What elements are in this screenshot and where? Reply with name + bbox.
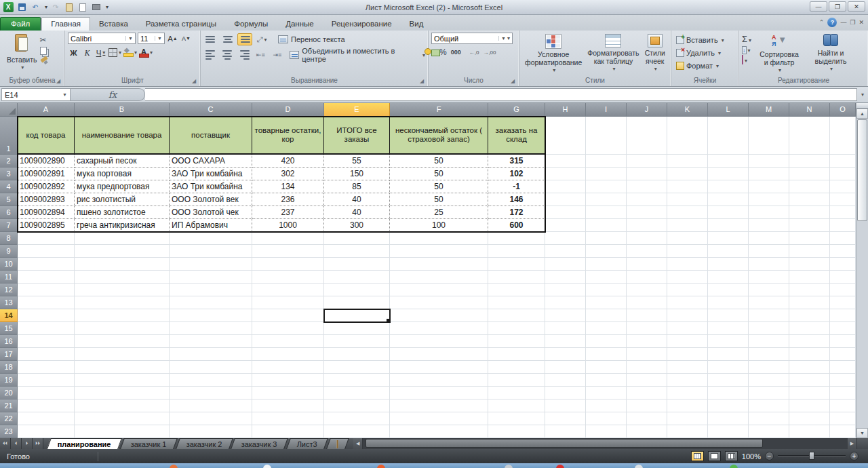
cell[interactable] xyxy=(789,284,830,296)
cell[interactable] xyxy=(789,322,830,335)
cell[interactable] xyxy=(390,232,488,245)
cell[interactable] xyxy=(488,271,545,284)
cell[interactable] xyxy=(667,296,708,309)
cell[interactable] xyxy=(830,412,856,425)
taskbar-icon[interactable] xyxy=(556,465,564,468)
select-all-button[interactable] xyxy=(0,103,18,117)
split-handle[interactable] xyxy=(856,103,868,109)
cell[interactable] xyxy=(667,309,708,322)
cell[interactable] xyxy=(488,387,545,399)
cell[interactable] xyxy=(18,232,75,245)
cell[interactable] xyxy=(749,412,789,425)
cell[interactable] xyxy=(488,245,545,258)
percent-button[interactable]: % xyxy=(439,47,447,57)
cell[interactable] xyxy=(18,348,75,361)
row-header-8[interactable]: 8 xyxy=(0,232,18,245)
cell[interactable] xyxy=(488,335,545,348)
cell[interactable] xyxy=(586,245,627,258)
cell[interactable] xyxy=(830,245,856,258)
paste-button[interactable]: Вставить xyxy=(4,33,40,76)
cell[interactable]: ООО Золотой век xyxy=(170,193,252,206)
cell[interactable] xyxy=(586,348,627,361)
cell[interactable]: 40 xyxy=(324,193,390,206)
paste-qat-icon[interactable] xyxy=(64,2,75,12)
cell[interactable] xyxy=(627,309,667,322)
cell[interactable]: 25 xyxy=(390,206,488,219)
cell[interactable] xyxy=(18,361,75,374)
cell[interactable] xyxy=(627,180,667,193)
cell[interactable] xyxy=(545,335,586,348)
row-header-11[interactable]: 11 xyxy=(0,271,18,284)
cell[interactable]: 102 xyxy=(488,168,545,180)
cell[interactable] xyxy=(545,309,586,322)
cell[interactable]: 1009002892 xyxy=(18,180,75,193)
row-header-9[interactable]: 9 xyxy=(0,245,18,258)
cell[interactable] xyxy=(390,361,488,374)
cell[interactable] xyxy=(545,361,586,374)
column-header-L[interactable]: L xyxy=(708,103,749,117)
cell[interactable]: ЗАО Три комбайна xyxy=(170,180,252,193)
cell[interactable] xyxy=(789,361,830,374)
cell[interactable] xyxy=(708,374,749,387)
print-preview-icon[interactable] xyxy=(77,2,88,12)
close-button[interactable]: ✕ xyxy=(848,1,865,12)
next-sheet-icon[interactable]: ⏵ xyxy=(22,438,33,449)
cell[interactable] xyxy=(667,399,708,412)
cell[interactable] xyxy=(252,232,324,245)
row-header-17[interactable]: 17 xyxy=(0,348,18,361)
cell[interactable] xyxy=(749,219,789,232)
sheet-tab-заказчик-2[interactable]: заказчик 2 xyxy=(176,438,233,449)
cell[interactable]: пшено золотистое xyxy=(75,206,170,219)
cell[interactable] xyxy=(170,322,252,335)
cell[interactable] xyxy=(830,180,856,193)
cell[interactable] xyxy=(708,412,749,425)
row-header-23[interactable]: 23 xyxy=(0,425,18,438)
cell[interactable] xyxy=(252,309,324,322)
underline-button[interactable]: Ч xyxy=(95,47,106,58)
cell[interactable] xyxy=(627,296,667,309)
header-cell[interactable]: наименование товара xyxy=(75,117,170,155)
cell[interactable] xyxy=(789,309,830,322)
cell[interactable] xyxy=(586,309,627,322)
cell[interactable] xyxy=(18,296,75,309)
cell[interactable] xyxy=(390,271,488,284)
cell[interactable] xyxy=(545,296,586,309)
cell[interactable] xyxy=(488,322,545,335)
cell[interactable] xyxy=(324,412,390,425)
cell[interactable] xyxy=(749,335,789,348)
cell[interactable] xyxy=(708,219,749,232)
cell[interactable] xyxy=(708,245,749,258)
cell[interactable] xyxy=(488,258,545,271)
cell[interactable] xyxy=(75,348,170,361)
cell[interactable] xyxy=(789,117,830,155)
cell[interactable] xyxy=(390,284,488,296)
cell[interactable] xyxy=(830,206,856,219)
cell[interactable] xyxy=(390,425,488,438)
cell[interactable] xyxy=(324,374,390,387)
column-header-C[interactable]: C xyxy=(170,103,252,117)
cell[interactable] xyxy=(18,387,75,399)
cell[interactable] xyxy=(627,412,667,425)
cell[interactable]: 1000 xyxy=(252,219,324,232)
cell[interactable] xyxy=(586,232,627,245)
cell[interactable] xyxy=(830,168,856,180)
copy-icon[interactable] xyxy=(40,47,47,55)
cell[interactable] xyxy=(252,322,324,335)
cell[interactable] xyxy=(627,374,667,387)
cell[interactable] xyxy=(830,117,856,155)
cell[interactable] xyxy=(586,374,627,387)
cell[interactable]: 600 xyxy=(488,219,545,232)
cell[interactable] xyxy=(586,361,627,374)
wrap-text-button[interactable]: Перенос текста xyxy=(278,33,345,46)
cell[interactable]: 315 xyxy=(488,155,545,168)
autosum-button[interactable]: Σ xyxy=(742,34,751,44)
number-format-combo[interactable]: Общий▼ xyxy=(431,33,513,44)
cell[interactable] xyxy=(667,271,708,284)
cell[interactable] xyxy=(75,425,170,438)
cell[interactable] xyxy=(667,322,708,335)
cell[interactable] xyxy=(627,399,667,412)
cell[interactable] xyxy=(586,387,627,399)
font-dialog-launcher-icon[interactable]: ◢ xyxy=(192,78,199,85)
cell[interactable] xyxy=(708,348,749,361)
cell[interactable] xyxy=(667,155,708,168)
